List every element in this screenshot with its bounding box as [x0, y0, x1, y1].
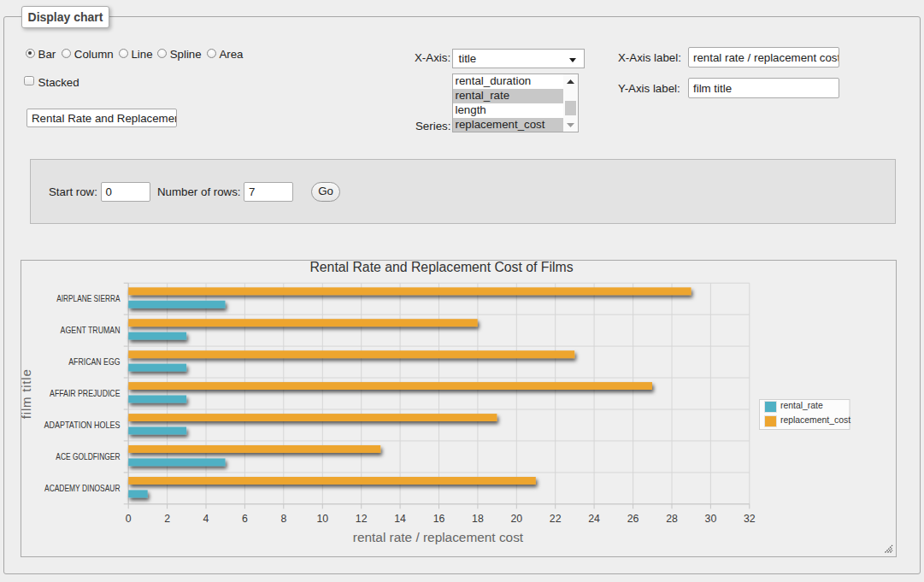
svg-text:2: 2: [164, 513, 170, 525]
svg-text:replacement_cost: replacement_cost: [780, 415, 850, 425]
svg-text:0: 0: [126, 513, 132, 525]
svg-text:ACADEMY DINOSAUR: ACADEMY DINOSAUR: [44, 484, 121, 493]
svg-text:ADAPTATION HOLES: ADAPTATION HOLES: [44, 420, 121, 430]
svg-text:28: 28: [666, 513, 678, 525]
svg-text:16: 16: [433, 513, 445, 525]
svg-text:20: 20: [510, 513, 522, 525]
svg-text:10: 10: [316, 513, 328, 525]
svg-text:8: 8: [280, 513, 286, 525]
svg-text:Rental Rate and Replacement Co: Rental Rate and Replacement Cost of Film…: [309, 261, 573, 274]
svg-text:film title: film title: [21, 368, 34, 419]
svg-text:18: 18: [472, 513, 484, 525]
svg-text:rental_rate: rental_rate: [780, 401, 823, 410]
svg-text:12: 12: [356, 513, 368, 525]
svg-text:AFRICAN EGG: AFRICAN EGG: [68, 357, 120, 367]
svg-text:AIRPLANE SIERRA: AIRPLANE SIERRA: [56, 294, 120, 303]
svg-text:22: 22: [550, 513, 562, 525]
svg-text:ACE GOLDFINGER: ACE GOLDFINGER: [56, 452, 120, 461]
svg-text:26: 26: [627, 513, 639, 525]
svg-text:14: 14: [394, 513, 406, 525]
svg-text:4: 4: [203, 513, 209, 525]
svg-text:rental rate / replacement cost: rental rate / replacement cost: [353, 530, 524, 544]
svg-text:AGENT TRUMAN: AGENT TRUMAN: [61, 326, 121, 335]
svg-text:30: 30: [705, 513, 717, 525]
svg-text:32: 32: [744, 513, 756, 525]
svg-text:AFFAIR PREJUDICE: AFFAIR PREJUDICE: [50, 389, 121, 398]
svg-text:24: 24: [588, 513, 600, 525]
svg-text:6: 6: [242, 513, 248, 525]
